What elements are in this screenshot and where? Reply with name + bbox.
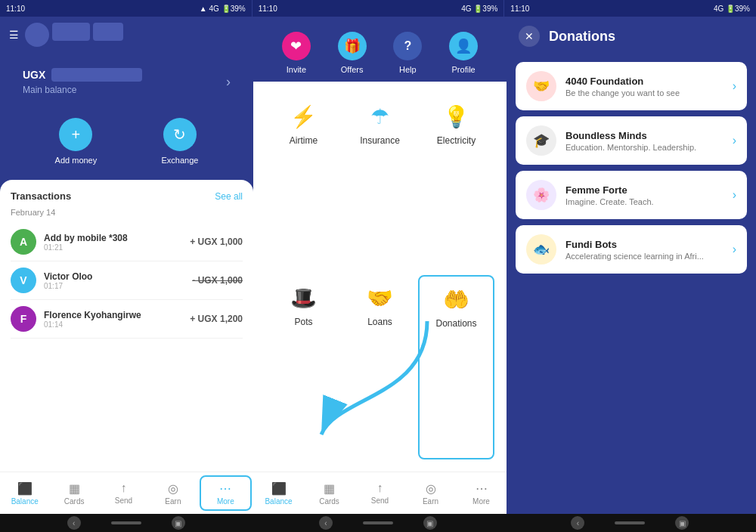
chevron-icon: › [733,243,736,256]
signal-1: ▲ 4G 🔋39% [200,5,246,13]
recents-button[interactable]: ▣ [172,516,185,530]
org-name: Femme Forte [565,184,723,196]
insurance-icon: ☂ [370,104,389,129]
menu-top-icons: ❤ Invite 🎁 Offers ? Help 👤 Profile [253,17,507,82]
back-button-3[interactable]: ‹ [571,516,584,530]
list-item[interactable]: 🤝 4040 Foundation Be the change you want… [516,62,747,110]
panel-donations: ✕ Donations 🤝 4040 Foundation Be the cha… [507,17,756,514]
nav-send-2[interactable]: ↑ Send [355,472,405,514]
chevron-icon: › [733,79,736,93]
action-buttons: + Add money ↻ Exchange [0,110,253,180]
donation-list: 🤝 4040 Foundation Be the change you want… [507,56,756,514]
currency-label: UGX [23,68,142,82]
nav-balance-2[interactable]: ⬛ Balance [253,472,304,514]
org-logo-4040: 🤝 [526,71,556,101]
back-button-2[interactable]: ‹ [319,516,333,530]
org-logo-fundi: 🐟 [526,234,556,264]
back-button[interactable]: ‹ [67,516,81,530]
donations-icon: 🤲 [443,287,469,312]
recents-button-3[interactable]: ▣ [675,516,689,530]
top-menu-invite[interactable]: ❤ Invite [282,32,311,74]
balance-section: UGX Main balance › [0,53,253,110]
signal-2: 4G 🔋39% [461,5,497,13]
hamburger-icon[interactable]: ☰ [9,29,19,41]
status-bars: 11:10 ▲ 4G 🔋39% 11:10 4G 🔋39% 11:10 4G 🔋… [0,0,756,17]
grid-donations[interactable]: 🤲 Donations [418,275,494,459]
pots-icon: 🎩 [290,286,317,311]
home-button-3[interactable] [615,521,645,524]
balance-info: UGX Main balance [23,68,142,95]
nav-balance[interactable]: ⬛ Balance [0,472,49,514]
signal-3: 4G 🔋39% [714,5,750,13]
panel-balance: ☰ UGX Main balance › + Add money [0,17,253,514]
home-button-2[interactable] [363,521,393,524]
org-info: 4040 Foundation Be the change you want t… [565,76,723,97]
nav-more-highlighted[interactable]: ⋯ More [200,475,252,511]
avatar-rect-2 [93,23,123,41]
android-nav-2: ‹ ▣ [252,516,503,530]
earn-icon-2: ◎ [426,481,436,496]
tx-time: 01:21 [44,243,182,252]
org-desc: Accelerating science learning in Afri... [565,252,723,261]
org-desc: Be the change you want to see [565,88,723,97]
android-nav-3: ‹ ▣ [504,516,756,530]
help-icon: ? [393,32,422,60]
earn-icon: ◎ [168,481,178,496]
grid-pots[interactable]: 🎩 Pots [265,275,342,459]
avatar: V [11,268,36,293]
list-item[interactable]: 🌸 Femme Forte Imagine. Create. Teach. › [516,171,747,219]
grid-loans[interactable]: 🤝 Loans [342,275,418,459]
grid-electricity[interactable]: 💡 Electricity [418,94,494,275]
transactions-header: Transactions See all [11,190,243,202]
airtime-icon: ⚡ [290,104,317,129]
top-menu-help[interactable]: ? Help [393,32,422,74]
top-menu-profile[interactable]: 👤 Profile [449,32,478,74]
android-nav-1: ‹ ▣ [0,516,252,530]
cards-icon-2: ▦ [324,481,335,496]
list-item[interactable]: 🐟 Fundi Bots Accelerating science learni… [516,225,747,274]
time-3: 11:10 [510,5,529,13]
menu-grid: ⚡ Airtime ☂ Insurance 💡 Electricity 🎩 Po… [253,82,507,472]
more-icon: ⋯ [219,481,231,496]
profile-icon: 👤 [449,32,478,60]
grid-airtime[interactable]: ⚡ Airtime [265,94,342,275]
nav-send[interactable]: ↑ Send [99,472,148,514]
transactions-title: Transactions [11,190,71,202]
home-button[interactable] [111,521,141,524]
transactions-section: Transactions See all February 14 A Add b… [0,180,253,472]
table-row: A Add by mobile *308 01:21 + UGX 1,000 [11,223,243,261]
tx-time: 01:14 [44,320,182,329]
panel-menu: ❤ Invite 🎁 Offers ? Help 👤 Profile ⚡ Air… [253,17,507,514]
nav-earn-2[interactable]: ◎ Earn [405,472,456,514]
grid-insurance[interactable]: ☂ Insurance [342,94,418,275]
donations-title: Donations [549,29,615,45]
nav-cards[interactable]: ▦ Cards [49,472,98,514]
electricity-icon: 💡 [443,104,469,129]
send-icon-2: ↑ [377,481,383,495]
nav-cards-2[interactable]: ▦ Cards [304,472,355,514]
tx-amount: + UGX 1,000 [190,237,243,247]
org-name: Fundi Bots [565,239,723,250]
exchange-button[interactable]: ↻ Exchange [161,118,198,165]
chevron-right-icon[interactable]: › [226,74,231,90]
see-all-link[interactable]: See all [215,191,243,202]
android-nav: ‹ ▣ ‹ ▣ ‹ ▣ [0,514,756,532]
top-menu-offers[interactable]: 🎁 Offers [338,32,367,74]
avatar: A [11,229,36,255]
add-money-icon: + [59,118,92,151]
chevron-icon: › [733,188,736,202]
nav-earn[interactable]: ◎ Earn [148,472,197,514]
list-item[interactable]: 🎓 Boundless Minds Education. Mentorship.… [516,116,747,165]
loans-icon: 🤝 [367,286,393,311]
org-logo-femme: 🌸 [526,180,556,210]
org-name: 4040 Foundation [565,76,723,87]
balance-icon: ⬛ [17,481,33,496]
org-info: Femme Forte Imagine. Create. Teach. [565,184,723,206]
close-button[interactable]: ✕ [519,26,540,47]
org-name: Boundless Minds [565,130,723,141]
nav-more-2[interactable]: ⋯ More [456,472,507,514]
add-money-button[interactable]: + Add money [55,118,98,165]
recents-button-2[interactable]: ▣ [423,516,437,530]
more-icon-2: ⋯ [476,481,488,496]
org-desc: Imagine. Create. Teach. [565,197,723,206]
